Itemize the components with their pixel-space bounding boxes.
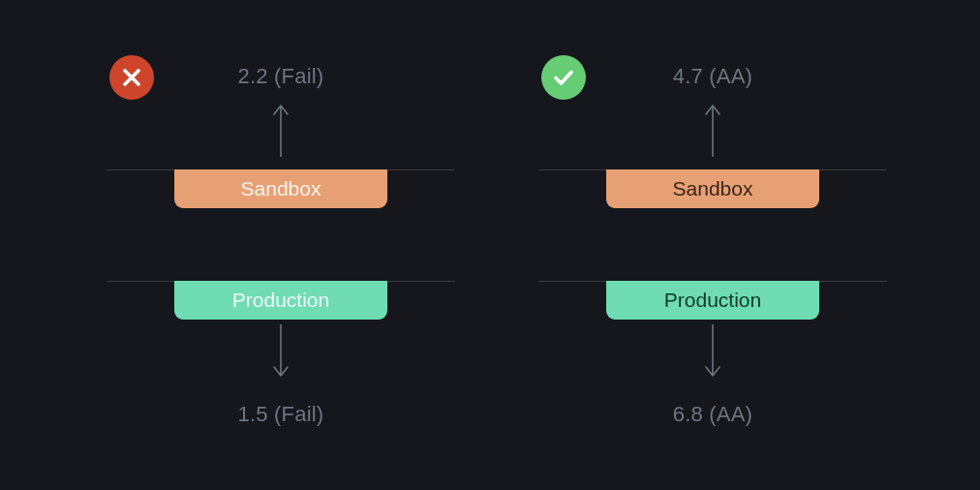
sandbox-row: Sandbox [538, 169, 887, 208]
contrast-score-top: 2.2 (Fail) [184, 64, 378, 89]
fail-icon [109, 55, 154, 100]
contrast-score-top: 4.7 (AA) [616, 64, 810, 89]
sandbox-row: Sandbox [107, 169, 455, 208]
arrow-up-icon [269, 103, 292, 157]
sandbox-label: Sandbox [241, 177, 322, 200]
contrast-example-fail: 2.2 (Fail) Sandbox Production 1.5 (Fail) [68, 0, 494, 490]
sandbox-label: Sandbox [673, 177, 753, 200]
production-tab: Production [606, 281, 819, 320]
arrow-down-icon [701, 324, 724, 379]
production-tab: Production [174, 281, 387, 320]
production-row: Production [107, 281, 455, 320]
pass-icon [541, 55, 586, 100]
arrow-up-icon [701, 103, 724, 157]
production-label: Production [664, 289, 761, 312]
contrast-score-bottom: 1.5 (Fail) [184, 402, 378, 427]
x-icon [121, 67, 142, 88]
production-label: Production [232, 289, 329, 312]
arrow-down-icon [269, 324, 292, 379]
check-icon [551, 65, 576, 90]
production-row: Production [538, 281, 887, 320]
sandbox-tab: Sandbox [174, 169, 387, 208]
sandbox-tab: Sandbox [606, 169, 819, 208]
contrast-example-pass: 4.7 (AA) Sandbox Production 6.8 (AA) [500, 0, 926, 490]
contrast-score-bottom: 6.8 (AA) [616, 402, 810, 427]
